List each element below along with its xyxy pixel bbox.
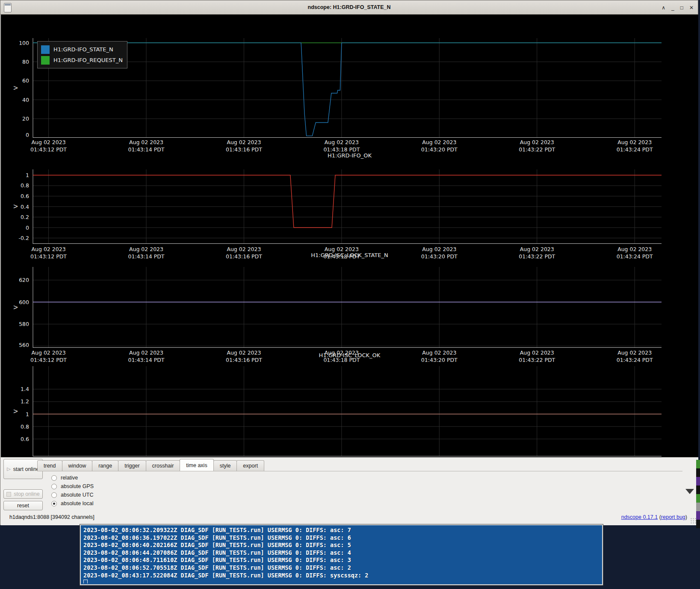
stop-online-button[interactable]: stop online	[3, 489, 43, 499]
background-window-fragment	[696, 494, 700, 503]
radio-absolute-UTC[interactable]: absolute UTC	[51, 491, 94, 499]
y-axis-unit-label: V	[12, 409, 19, 413]
x-tick-label: Aug 02 202301:43:18 PDT	[323, 139, 360, 153]
legend-swatch	[41, 45, 50, 54]
collapse-panel-arrow-icon[interactable]	[685, 489, 694, 494]
y-tick-label: 1.2	[21, 398, 29, 405]
radio-circle-icon[interactable]	[51, 484, 57, 489]
control-panel: ▷ start online stop online reset trendwi…	[1, 457, 698, 525]
titlebar[interactable]: ndscope: H1:GRD-IFO_STATE_N ∧ _ □ ✕	[0, 0, 698, 15]
tab-export[interactable]: export	[236, 460, 264, 471]
plot-title: H1:GRD-ISC_LOCK_STATE_N	[1, 252, 698, 258]
y-tick-label: 0.6	[21, 436, 29, 442]
y-axis-unit-label: V	[12, 204, 19, 208]
y-axis-unit-label: V	[12, 86, 19, 90]
reset-button[interactable]: reset	[3, 501, 43, 510]
legend-label: H1:GRD-IFO_REQUEST_N	[53, 57, 123, 63]
desktop: ndscope: H1:GRD-IFO_STATE_N ∧ _ □ ✕ 0204…	[0, 0, 700, 589]
terminal-line: 2023-08-02_08:06:44.207086Z DIAG_SDF [RU…	[83, 549, 600, 557]
radio-relative[interactable]: relative	[51, 474, 94, 482]
y-tick-label: 0.8	[21, 423, 29, 430]
report-bug-link[interactable]: report bug	[661, 514, 685, 520]
background-window-edge	[696, 460, 700, 528]
status-bar: h1daqnds1:8088 [394092 channels]	[9, 514, 95, 520]
maximize-icon[interactable]: □	[680, 5, 683, 10]
y-tick-label: 1	[26, 172, 29, 178]
play-icon: ▷	[7, 466, 10, 472]
x-tick-label: Aug 02 202301:43:22 PDT	[519, 139, 555, 153]
start-online-label: start online	[13, 466, 39, 472]
legend-label: H1:GRD-IFO_STATE_N	[53, 46, 113, 53]
terminal-line: 2023-08-02_08:43:17.522084Z DIAG_SDF [RU…	[83, 572, 600, 580]
close-icon[interactable]: ✕	[689, 5, 694, 10]
tab-time-axis[interactable]: time axis	[180, 459, 213, 471]
y-tick-label: 0.8	[21, 182, 29, 189]
y-tick-label: 0.6	[21, 193, 29, 199]
tab-crosshair[interactable]: crosshair	[146, 460, 180, 471]
y-tick-label: 580	[19, 321, 29, 327]
y-tick-label: 20	[22, 115, 29, 122]
terminal-line: 2023-08-02_08:06:32.209322Z DIAG_SDF [RU…	[83, 527, 600, 534]
tab-trigger[interactable]: trigger	[118, 460, 146, 471]
terminal-window[interactable]: 2023-08-02_08:06:32.209322Z DIAG_SDF [RU…	[80, 524, 603, 585]
stop-icon	[6, 492, 11, 497]
minimize-icon[interactable]: _	[671, 5, 674, 10]
time-axis-radio-group: relativeabsolute GPSabsolute UTCabsolute…	[51, 474, 94, 508]
background-window-fragment	[696, 511, 700, 520]
y-tick-label: 620	[19, 277, 29, 283]
background-window-fragment	[696, 477, 700, 485]
tab-window[interactable]: window	[62, 460, 93, 471]
plot-canvas[interactable]: 560580600620	[1, 267, 698, 348]
stop-online-label: stop online	[14, 491, 39, 497]
y-tick-label: 1	[26, 411, 29, 417]
background-window-fragment	[696, 468, 700, 477]
radio-absolute-GPS[interactable]: absolute GPS	[51, 482, 94, 491]
y-tick-label: 1.4	[21, 386, 29, 392]
tab-trend[interactable]: trend	[37, 460, 62, 471]
radio-absolute-local[interactable]: absolute local	[51, 499, 94, 508]
legend-item: H1:GRD-IFO_REQUEST_N	[41, 55, 123, 65]
ndscope-window: ndscope: H1:GRD-IFO_STATE_N ∧ _ □ ✕ 0204…	[0, 0, 698, 525]
tab-pane-border	[37, 471, 682, 471]
x-tick-label: Aug 02 202301:43:24 PDT	[617, 139, 653, 153]
y-axis-unit-label: V	[12, 305, 19, 309]
y-tick-label: 0	[26, 132, 29, 138]
terminal-line: 2023-08-02_08:06:52.705518Z DIAG_SDF [RU…	[83, 564, 600, 572]
y-tick-label: 60	[22, 77, 29, 84]
plot-canvas[interactable]: -0.200.20.40.60.81	[1, 169, 698, 244]
terminal-line: 2023-08-02_08:06:40.202166Z DIAG_SDF [RU…	[83, 542, 600, 549]
radio-circle-icon[interactable]	[51, 501, 57, 506]
y-tick-label: 560	[19, 342, 29, 348]
y-tick-label: 0.4	[21, 204, 29, 210]
radio-label: relative	[61, 475, 78, 481]
y-tick-label: -0.2	[19, 235, 29, 241]
plot-region[interactable]: 020406080100VAug 02 202301:43:12 PDTAug …	[1, 15, 698, 457]
x-tick-label: Aug 02 202301:43:12 PDT	[30, 139, 67, 153]
legend-item: H1:GRD-IFO_STATE_N	[41, 44, 123, 55]
terminal-output: 2023-08-02_08:06:32.209322Z DIAG_SDF [RU…	[83, 527, 600, 583]
legend-swatch	[41, 56, 50, 65]
terminal-line: 2023-08-02_08:06:36.197022Z DIAG_SDF [RU…	[83, 534, 600, 542]
background-window-fragment	[696, 485, 700, 494]
ndscope-version-link[interactable]: ndscope 0.17.1	[621, 514, 658, 520]
radio-circle-icon[interactable]	[51, 492, 57, 498]
app-icon	[4, 3, 12, 12]
radio-label: absolute local	[61, 500, 93, 506]
plot-title: H1:GRD-IFO_OK	[1, 152, 698, 159]
background-window-fragment	[696, 503, 700, 511]
radio-circle-icon[interactable]	[51, 475, 57, 481]
terminal-line: 2023-08-02_08:06:48.711610Z DIAG_SDF [RU…	[83, 556, 600, 564]
shade-window-icon[interactable]: ∧	[662, 5, 665, 10]
radio-label: absolute UTC	[61, 492, 93, 498]
y-tick-label: 600	[19, 299, 29, 305]
plot-canvas[interactable]: 0.60.811.21.4	[1, 366, 698, 456]
reset-label: reset	[17, 503, 29, 509]
y-tick-label: 0	[26, 225, 29, 231]
series-H1:GRD-IFO_OK	[33, 175, 662, 228]
y-tick-label: 0.2	[21, 214, 29, 220]
tab-style[interactable]: style	[213, 460, 237, 471]
tab-range[interactable]: range	[92, 460, 118, 471]
background-window-fragment	[696, 460, 700, 468]
x-tick-label: Aug 02 202301:43:20 PDT	[421, 139, 458, 153]
window-title: ndscope: H1:GRD-IFO_STATE_N	[0, 4, 698, 10]
